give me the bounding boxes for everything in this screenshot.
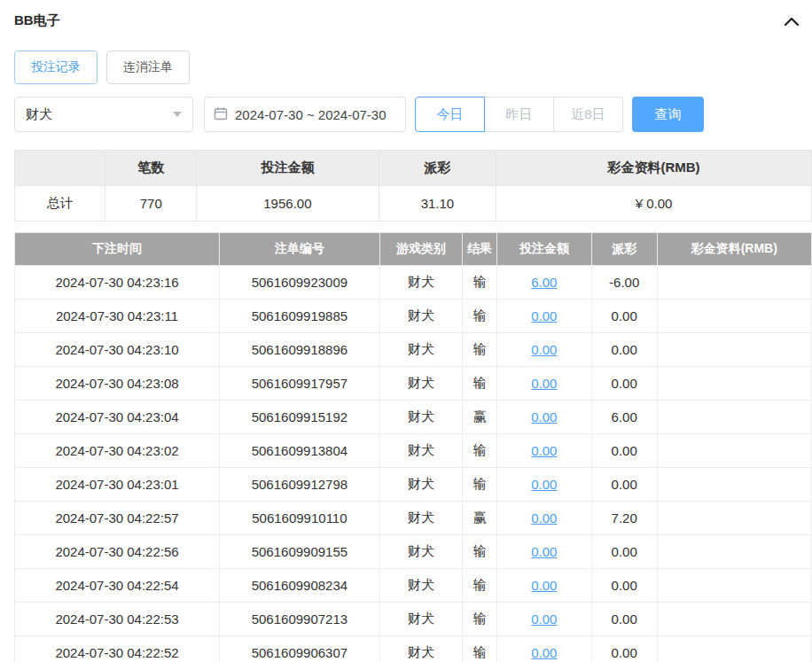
jackpot-cell: [657, 266, 811, 300]
bet-time-cell: 2024-07-30 04:22:53: [15, 603, 220, 636]
bet-records-panel: BB电子 投注记录 连消注单 财犬 2024-07-30 ~ 2024-07-3…: [0, 0, 812, 662]
bet-time-cell: 2024-07-30 04:22:52: [15, 636, 220, 662]
result-cell: 赢: [463, 401, 497, 434]
header-jackpot: 彩金资料(RMB): [657, 233, 811, 266]
order-id-cell: 5061609917957: [220, 367, 380, 401]
game-type-cell: 财犬: [379, 434, 462, 468]
search-button[interactable]: 查询: [632, 97, 704, 132]
bet-amount-link[interactable]: 0.00: [531, 645, 557, 660]
jackpot-cell: [657, 434, 811, 468]
order-id-cell: 5061609906307: [220, 636, 380, 662]
bet-time-cell: 2024-07-30 04:23:01: [15, 468, 220, 502]
order-id-cell: 5061609919885: [220, 300, 380, 333]
table-row: 2024-07-30 04:22:57 5061609910110 财犬 赢 0…: [15, 502, 812, 535]
table-row: 2024-07-30 04:23:10 5061609918896 财犬 输 0…: [15, 333, 812, 367]
header-result: 结果: [463, 233, 497, 266]
bet-amount-cell: 0.00: [496, 502, 591, 535]
game-type-cell: 财犬: [379, 300, 462, 333]
summary-header-count: 笔数: [105, 151, 196, 186]
summary-header-blank: [15, 151, 105, 186]
game-type-cell: 财犬: [379, 502, 462, 535]
payout-cell: 0.00: [591, 300, 657, 333]
payout-cell: 0.00: [591, 434, 657, 468]
bet-amount-link[interactable]: 0.00: [531, 376, 557, 391]
table-row: 2024-07-30 04:23:08 5061609917957 财犬 输 0…: [15, 367, 812, 401]
table-row: 2024-07-30 04:23:16 5061609923009 财犬 输 6…: [15, 266, 812, 300]
result-cell: 输: [463, 468, 497, 502]
bet-amount-cell: 0.00: [496, 434, 591, 468]
tab-bet-records[interactable]: 投注记录: [14, 51, 98, 84]
bet-amount-link[interactable]: 0.00: [531, 544, 557, 559]
bet-amount-cell: 0.00: [496, 535, 591, 569]
game-type-cell: 财犬: [379, 603, 462, 636]
payout-cell: 0.00: [591, 535, 657, 569]
game-type-cell: 财犬: [379, 468, 462, 502]
summary-table: 笔数 投注金额 派彩 彩金资料(RMB) 总计 770 1956.00 31.1…: [14, 150, 812, 222]
bet-amount-cell: 0.00: [496, 333, 591, 367]
order-id-cell: 5061609915192: [220, 401, 380, 434]
chevron-up-icon: [784, 16, 800, 29]
jackpot-cell: [657, 333, 811, 367]
game-select[interactable]: 财犬: [14, 97, 193, 132]
order-id-cell: 5061609908234: [220, 569, 380, 603]
tab-cancelled-orders[interactable]: 连消注单: [106, 51, 190, 84]
bet-amount-link[interactable]: 0.00: [531, 342, 557, 357]
summary-header-bet-amount: 投注金额: [196, 151, 379, 186]
header-game-type: 游戏类别: [379, 233, 462, 266]
table-row: 2024-07-30 04:22:53 5061609907213 财犬 输 0…: [15, 603, 812, 636]
bet-amount-cell: 0.00: [496, 468, 591, 502]
jackpot-cell: [657, 636, 811, 662]
bet-time-cell: 2024-07-30 04:23:16: [15, 266, 220, 300]
bet-amount-link[interactable]: 0.00: [531, 477, 557, 492]
summary-header-jackpot: 彩金资料(RMB): [496, 151, 811, 186]
summary-header-row: 笔数 投注金额 派彩 彩金资料(RMB): [15, 151, 812, 186]
payout-cell: 7.20: [591, 502, 657, 535]
result-cell: 输: [463, 300, 497, 333]
header-payout: 派彩: [591, 233, 657, 266]
table-row: 2024-07-30 04:23:01 5061609912798 财犬 输 0…: [15, 468, 812, 502]
bet-amount-link[interactable]: 0.00: [531, 510, 557, 526]
yesterday-button[interactable]: 昨日: [484, 97, 554, 132]
summary-total-bet-amount: 1956.00: [196, 186, 379, 222]
payout-cell: 0.00: [591, 569, 657, 603]
last-8-days-button[interactable]: 近8日: [553, 97, 623, 132]
filter-bar: 财犬 2024-07-30 ~ 2024-07-30 今日 昨日 近8日 查询: [14, 97, 812, 132]
game-type-cell: 财犬: [379, 367, 462, 401]
bet-amount-link[interactable]: 0.00: [531, 443, 557, 458]
summary-total-label: 总计: [15, 186, 105, 222]
bet-time-cell: 2024-07-30 04:23:08: [15, 367, 220, 401]
bet-amount-link[interactable]: 0.00: [531, 578, 557, 593]
table-row: 2024-07-30 04:22:52 5061609906307 财犬 输 0…: [15, 636, 812, 662]
bet-amount-cell: 0.00: [496, 367, 591, 401]
collapse-button[interactable]: [782, 14, 801, 28]
bet-amount-cell: 0.00: [496, 569, 591, 603]
game-type-cell: 财犬: [379, 266, 462, 300]
panel-header: BB电子: [14, 12, 812, 29]
result-cell: 输: [463, 603, 497, 636]
today-button[interactable]: 今日: [415, 97, 485, 132]
bet-amount-link[interactable]: 6.00: [531, 275, 557, 290]
bet-table: 下注时间 注单编号 游戏类别 结果 投注金额 派彩 彩金资料(RMB) 2024…: [14, 232, 812, 662]
bet-amount-link[interactable]: 0.00: [531, 611, 557, 627]
table-row: 2024-07-30 04:22:56 5061609909155 财犬 输 0…: [15, 535, 812, 569]
tab-bar: 投注记录 连消注单: [14, 51, 812, 84]
bet-amount-cell: 0.00: [496, 300, 591, 333]
bet-table-body: 2024-07-30 04:23:16 5061609923009 财犬 输 6…: [15, 266, 812, 662]
bet-amount-cell: 6.00: [496, 266, 591, 300]
payout-cell: 0.00: [591, 468, 657, 502]
date-range-input[interactable]: 2024-07-30 ~ 2024-07-30: [204, 97, 406, 132]
result-cell: 输: [463, 333, 497, 367]
summary-total-count: 770: [105, 186, 196, 222]
result-cell: 输: [463, 535, 497, 569]
bet-amount-link[interactable]: 0.00: [531, 308, 557, 323]
bet-amount-cell: 0.00: [496, 603, 591, 636]
bet-time-cell: 2024-07-30 04:23:11: [15, 300, 220, 333]
payout-cell: 0.00: [591, 333, 657, 367]
result-cell: 输: [463, 266, 497, 300]
bet-amount-link[interactable]: 0.00: [531, 409, 557, 424]
table-row: 2024-07-30 04:23:11 5061609919885 财犬 输 0…: [15, 300, 812, 333]
game-type-cell: 财犬: [379, 569, 462, 603]
order-id-cell: 5061609907213: [220, 603, 380, 636]
result-cell: 输: [463, 636, 497, 662]
bet-time-cell: 2024-07-30 04:22:56: [15, 535, 220, 569]
